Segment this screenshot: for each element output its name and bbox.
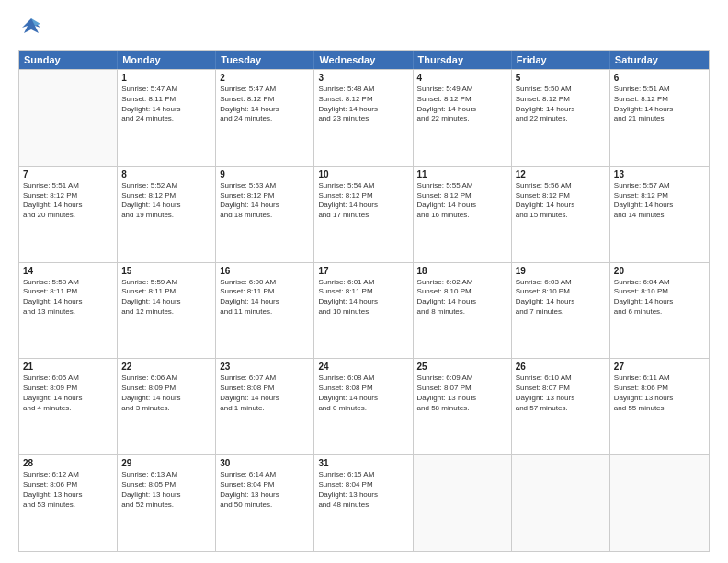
day-cell-18: 18Sunrise: 6:02 AMSunset: 8:10 PMDayligh… bbox=[414, 263, 512, 359]
day-number: 28 bbox=[23, 458, 113, 468]
cell-content: Sunrise: 6:14 AMSunset: 8:04 PMDaylight:… bbox=[220, 470, 310, 510]
cell-content: Sunrise: 5:55 AMSunset: 8:12 PMDaylight:… bbox=[417, 181, 507, 221]
week-row-2: 14Sunrise: 5:58 AMSunset: 8:11 PMDayligh… bbox=[19, 262, 709, 359]
cell-content: Sunrise: 5:52 AMSunset: 8:12 PMDaylight:… bbox=[121, 181, 211, 221]
day-cell-15: 15Sunrise: 5:59 AMSunset: 8:11 PMDayligh… bbox=[118, 263, 216, 359]
empty-cell bbox=[19, 70, 118, 166]
empty-cell bbox=[414, 455, 512, 551]
day-cell-7: 7Sunrise: 5:51 AMSunset: 8:12 PMDaylight… bbox=[19, 167, 118, 262]
day-number: 12 bbox=[516, 169, 606, 179]
day-cell-8: 8Sunrise: 5:52 AMSunset: 8:12 PMDaylight… bbox=[118, 167, 216, 262]
cell-content: Sunrise: 6:13 AMSunset: 8:05 PMDaylight:… bbox=[121, 470, 211, 510]
day-number: 8 bbox=[121, 169, 211, 179]
day-cell-19: 19Sunrise: 6:03 AMSunset: 8:10 PMDayligh… bbox=[512, 263, 610, 359]
cell-content: Sunrise: 5:51 AMSunset: 8:12 PMDaylight:… bbox=[23, 181, 113, 221]
day-cell-22: 22Sunrise: 6:06 AMSunset: 8:09 PMDayligh… bbox=[118, 359, 216, 454]
cell-content: Sunrise: 5:54 AMSunset: 8:12 PMDaylight:… bbox=[318, 181, 408, 221]
day-number: 24 bbox=[318, 362, 408, 372]
day-cell-26: 26Sunrise: 6:10 AMSunset: 8:07 PMDayligh… bbox=[512, 359, 610, 454]
day-number: 10 bbox=[318, 169, 408, 179]
day-cell-1: 1Sunrise: 5:47 AMSunset: 8:11 PMDaylight… bbox=[118, 70, 216, 166]
day-cell-29: 29Sunrise: 6:13 AMSunset: 8:05 PMDayligh… bbox=[118, 455, 216, 551]
day-number: 25 bbox=[417, 362, 507, 372]
cell-content: Sunrise: 6:01 AMSunset: 8:11 PMDaylight:… bbox=[318, 278, 408, 317]
cell-content: Sunrise: 5:59 AMSunset: 8:11 PMDaylight:… bbox=[121, 278, 211, 317]
day-cell-10: 10Sunrise: 5:54 AMSunset: 8:12 PMDayligh… bbox=[314, 167, 413, 262]
cell-content: Sunrise: 5:50 AMSunset: 8:12 PMDaylight:… bbox=[516, 85, 606, 124]
page: SundayMondayTuesdayWednesdayThursdayFrid… bbox=[0, 0, 728, 563]
day-number: 4 bbox=[417, 73, 507, 83]
day-cell-13: 13Sunrise: 5:57 AMSunset: 8:12 PMDayligh… bbox=[610, 167, 709, 262]
day-number: 6 bbox=[614, 73, 705, 83]
svg-marker-0 bbox=[22, 18, 40, 33]
header bbox=[18, 15, 710, 40]
cell-content: Sunrise: 5:49 AMSunset: 8:12 PMDaylight:… bbox=[417, 85, 507, 124]
header-day-saturday: Saturday bbox=[610, 51, 709, 69]
header-day-friday: Friday bbox=[512, 51, 610, 69]
day-cell-20: 20Sunrise: 6:04 AMSunset: 8:10 PMDayligh… bbox=[610, 263, 709, 359]
day-cell-28: 28Sunrise: 6:12 AMSunset: 8:06 PMDayligh… bbox=[19, 455, 118, 551]
day-number: 19 bbox=[516, 266, 606, 276]
logo-icon bbox=[18, 15, 44, 40]
cell-content: Sunrise: 5:47 AMSunset: 8:11 PMDaylight:… bbox=[121, 85, 211, 124]
day-number: 31 bbox=[318, 458, 408, 468]
day-cell-12: 12Sunrise: 5:56 AMSunset: 8:12 PMDayligh… bbox=[512, 167, 610, 262]
cell-content: Sunrise: 6:02 AMSunset: 8:10 PMDaylight:… bbox=[417, 278, 507, 317]
day-number: 17 bbox=[318, 266, 408, 276]
cell-content: Sunrise: 6:10 AMSunset: 8:07 PMDaylight:… bbox=[516, 373, 606, 413]
calendar-body: 1Sunrise: 5:47 AMSunset: 8:11 PMDaylight… bbox=[19, 69, 709, 551]
week-row-0: 1Sunrise: 5:47 AMSunset: 8:11 PMDaylight… bbox=[19, 69, 709, 166]
calendar: SundayMondayTuesdayWednesdayThursdayFrid… bbox=[18, 50, 710, 552]
day-cell-9: 9Sunrise: 5:53 AMSunset: 8:12 PMDaylight… bbox=[216, 167, 314, 262]
day-cell-3: 3Sunrise: 5:48 AMSunset: 8:12 PMDaylight… bbox=[314, 70, 413, 166]
cell-content: Sunrise: 5:56 AMSunset: 8:12 PMDaylight:… bbox=[516, 181, 606, 221]
week-row-1: 7Sunrise: 5:51 AMSunset: 8:12 PMDaylight… bbox=[19, 166, 709, 262]
cell-content: Sunrise: 6:05 AMSunset: 8:09 PMDaylight:… bbox=[23, 373, 113, 413]
day-number: 14 bbox=[23, 266, 113, 276]
cell-content: Sunrise: 5:57 AMSunset: 8:12 PMDaylight:… bbox=[614, 181, 705, 221]
day-number: 27 bbox=[614, 362, 705, 372]
day-cell-23: 23Sunrise: 6:07 AMSunset: 8:08 PMDayligh… bbox=[216, 359, 314, 454]
day-number: 15 bbox=[121, 266, 211, 276]
day-number: 16 bbox=[220, 266, 310, 276]
empty-cell bbox=[610, 455, 709, 551]
day-number: 2 bbox=[220, 73, 310, 83]
day-cell-4: 4Sunrise: 5:49 AMSunset: 8:12 PMDaylight… bbox=[414, 70, 512, 166]
cell-content: Sunrise: 6:04 AMSunset: 8:10 PMDaylight:… bbox=[614, 278, 705, 317]
cell-content: Sunrise: 6:15 AMSunset: 8:04 PMDaylight:… bbox=[318, 470, 408, 510]
day-number: 23 bbox=[220, 362, 310, 372]
cell-content: Sunrise: 5:53 AMSunset: 8:12 PMDaylight:… bbox=[220, 181, 310, 221]
day-number: 1 bbox=[121, 73, 211, 83]
cell-content: Sunrise: 6:09 AMSunset: 8:07 PMDaylight:… bbox=[417, 373, 507, 413]
day-number: 20 bbox=[614, 266, 705, 276]
cell-content: Sunrise: 5:48 AMSunset: 8:12 PMDaylight:… bbox=[318, 85, 408, 124]
day-number: 21 bbox=[23, 362, 113, 372]
cell-content: Sunrise: 6:08 AMSunset: 8:08 PMDaylight:… bbox=[318, 373, 408, 413]
day-cell-31: 31Sunrise: 6:15 AMSunset: 8:04 PMDayligh… bbox=[314, 455, 413, 551]
cell-content: Sunrise: 5:51 AMSunset: 8:12 PMDaylight:… bbox=[614, 85, 705, 124]
header-day-wednesday: Wednesday bbox=[314, 51, 413, 69]
day-cell-24: 24Sunrise: 6:08 AMSunset: 8:08 PMDayligh… bbox=[314, 359, 413, 454]
cell-content: Sunrise: 6:06 AMSunset: 8:09 PMDaylight:… bbox=[121, 373, 211, 413]
day-number: 11 bbox=[417, 169, 507, 179]
day-cell-11: 11Sunrise: 5:55 AMSunset: 8:12 PMDayligh… bbox=[414, 167, 512, 262]
cell-content: Sunrise: 5:58 AMSunset: 8:11 PMDaylight:… bbox=[23, 278, 113, 317]
day-cell-25: 25Sunrise: 6:09 AMSunset: 8:07 PMDayligh… bbox=[414, 359, 512, 454]
day-cell-30: 30Sunrise: 6:14 AMSunset: 8:04 PMDayligh… bbox=[216, 455, 314, 551]
day-cell-27: 27Sunrise: 6:11 AMSunset: 8:06 PMDayligh… bbox=[610, 359, 709, 454]
empty-cell bbox=[512, 455, 610, 551]
day-cell-14: 14Sunrise: 5:58 AMSunset: 8:11 PMDayligh… bbox=[19, 263, 118, 359]
cell-content: Sunrise: 6:11 AMSunset: 8:06 PMDaylight:… bbox=[614, 373, 705, 413]
header-day-thursday: Thursday bbox=[414, 51, 512, 69]
cell-content: Sunrise: 6:07 AMSunset: 8:08 PMDaylight:… bbox=[220, 373, 310, 413]
day-number: 26 bbox=[516, 362, 606, 372]
day-cell-16: 16Sunrise: 6:00 AMSunset: 8:11 PMDayligh… bbox=[216, 263, 314, 359]
logo bbox=[18, 15, 48, 40]
header-day-monday: Monday bbox=[118, 51, 216, 69]
cell-content: Sunrise: 6:03 AMSunset: 8:10 PMDaylight:… bbox=[516, 278, 606, 317]
week-row-4: 28Sunrise: 6:12 AMSunset: 8:06 PMDayligh… bbox=[19, 454, 709, 551]
day-number: 13 bbox=[614, 169, 705, 179]
day-number: 22 bbox=[121, 362, 211, 372]
day-number: 18 bbox=[417, 266, 507, 276]
day-cell-6: 6Sunrise: 5:51 AMSunset: 8:12 PMDaylight… bbox=[610, 70, 709, 166]
